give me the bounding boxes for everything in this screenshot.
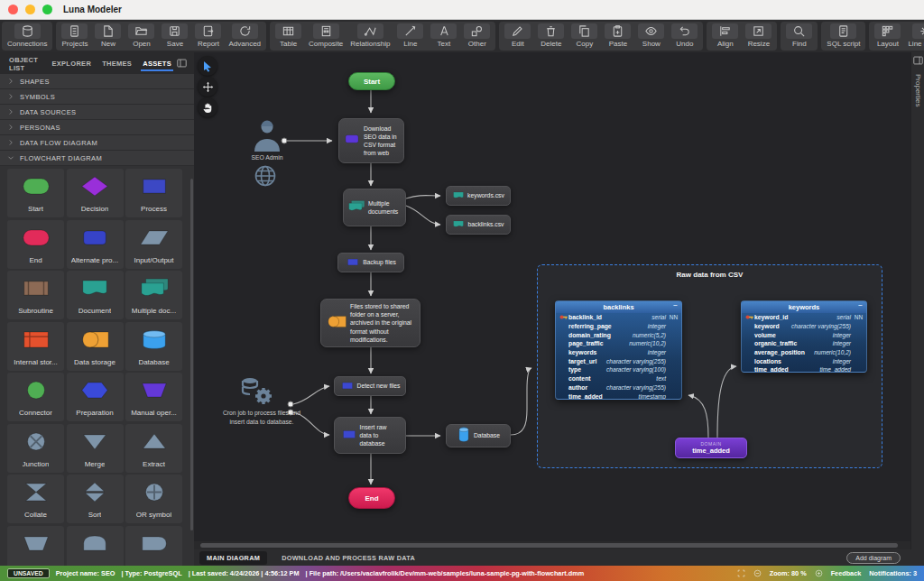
delete-button[interactable]: Delete (535, 23, 567, 48)
flow-node-end[interactable]: End (348, 487, 395, 509)
paste-button[interactable]: Paste (602, 23, 633, 48)
tab-main-diagram[interactable]: MAIN DIAGRAM (199, 551, 267, 565)
shape-sort[interactable]: Sort (67, 475, 124, 523)
sidebar-tab-themes[interactable]: THEMES (97, 55, 137, 71)
shape-preparation[interactable]: Preparation (67, 373, 124, 421)
fullscreen-icon[interactable] (737, 569, 745, 577)
feedback-link[interactable]: Feedback (831, 569, 862, 577)
flow-node-database[interactable]: Database (446, 424, 511, 447)
flow-node-download[interactable]: Download SEO data in CSV format from web (338, 118, 404, 163)
shape-end[interactable]: End (7, 220, 64, 269)
shape-decision[interactable]: Decision (67, 169, 124, 217)
globe-icon[interactable] (254, 164, 277, 191)
copy-button[interactable]: Copy (568, 23, 600, 48)
column-row-average_position[interactable]: average_positionnumeric(10,2) (742, 348, 866, 357)
pan-tool-button[interactable] (198, 97, 217, 117)
zoom-out-button[interactable] (753, 569, 762, 577)
shape-process[interactable]: Process (125, 169, 182, 217)
diagram-canvas[interactable]: Start SEO Admin Download SEO data in CSV… (194, 52, 910, 541)
table-backlinks[interactable]: backlinks−backlink_idserialNNreferring_p… (555, 300, 682, 400)
flow-node-backlinks-csv[interactable]: backlinks.csv (446, 215, 511, 235)
notifications-link[interactable]: Notifications: 3 (869, 569, 917, 577)
column-row-keyword_id[interactable]: keyword_idserialNN (742, 313, 866, 322)
column-row-target_url[interactable]: target_urlcharacter varying(255) (556, 356, 681, 365)
table-keywords[interactable]: keywords−keyword_idserialNNkeywordcharac… (741, 300, 867, 373)
flow-node-start[interactable]: Start (348, 72, 395, 90)
shape-junction[interactable]: Junction (7, 424, 64, 473)
column-row-volume[interactable]: volumeinteger (742, 330, 866, 339)
shape-subroutine[interactable]: Subroutine (7, 271, 64, 319)
shape-document[interactable]: Document (67, 271, 124, 319)
flow-node-keywords-csv[interactable]: keywords.csv (446, 186, 511, 206)
shape-start[interactable]: Start (7, 169, 64, 217)
column-row-keywords[interactable]: keywordsinteger (556, 348, 681, 357)
linemode-button[interactable]: Line mode (905, 23, 924, 48)
flow-node-detect-new-files[interactable]: Detect new files (334, 376, 406, 396)
persona-seo-admin[interactable] (252, 118, 282, 156)
sidebar-tab-explorer[interactable]: EXPLORER (46, 55, 97, 71)
column-row-locations[interactable]: locationsinteger (742, 356, 866, 365)
sql-button[interactable]: SQL script (824, 23, 863, 48)
find-button[interactable]: Find (783, 23, 815, 48)
section-data-sources[interactable]: DATA SOURCES (0, 105, 194, 120)
section-symbols[interactable]: SYMBOLS (0, 89, 194, 105)
table-header-keywords[interactable]: keywords− (742, 301, 866, 313)
flow-node-insert-raw-data[interactable]: Insert raw data to database (334, 417, 406, 454)
properties-panel-strip[interactable]: Properties (910, 52, 924, 566)
table-button[interactable]: Table (273, 23, 304, 48)
move-tool-button[interactable] (198, 77, 217, 97)
zoom-in-button[interactable] (815, 569, 823, 577)
select-tool-button[interactable] (198, 56, 217, 76)
shape-internal-stor[interactable]: Internal stor... (7, 322, 64, 371)
column-row-page_traffic[interactable]: page_trafficnumeric(10,2) (556, 339, 681, 348)
minimize-window-button[interactable] (25, 5, 35, 14)
shape-trapezoid[interactable] (7, 526, 64, 567)
collapse-table-icon[interactable]: − (858, 301, 863, 309)
line-button[interactable]: Line (394, 23, 426, 48)
shape-collate[interactable]: Collate (7, 475, 64, 523)
relationship-button[interactable]: Relationship (347, 23, 393, 48)
save-button[interactable]: Save (159, 23, 190, 48)
section-personas[interactable]: PERSONAS (0, 120, 194, 135)
domain-node-time-added[interactable]: DOMAIN time_added (675, 438, 747, 458)
shape-database[interactable]: Database (125, 322, 182, 371)
scrollbar-thumb[interactable] (200, 543, 898, 548)
panel-collapse-icon[interactable] (177, 55, 187, 71)
tab-download-and-process-raw-data[interactable]: DOWNLOAD AND PROCESS RAW DATA (274, 551, 422, 565)
column-row-backlink_id[interactable]: backlink_idserialNN (556, 313, 681, 322)
shape-manual-oper[interactable]: Manual oper... (125, 373, 182, 421)
layout-button[interactable]: Layout (872, 23, 903, 48)
column-row-organic_traffic[interactable]: organic_trafficinteger (742, 339, 866, 348)
shape-rounded-top[interactable] (67, 526, 124, 567)
section-flowchart-diagram[interactable]: FLOWCHART DIAGRAM (0, 151, 194, 166)
new-button[interactable]: New (92, 23, 124, 48)
open-button[interactable]: Open (125, 23, 157, 48)
shape-connector[interactable]: Connector (7, 373, 64, 421)
shape-multiple-doc[interactable]: Multiple doc... (125, 271, 182, 319)
undo-button[interactable]: Undo (669, 23, 700, 48)
cron-job-icon[interactable] (239, 375, 275, 411)
column-row-author[interactable]: authorcharacter varying(255) (556, 383, 681, 392)
column-row-keyword[interactable]: keywordcharacter varying(255) (742, 322, 866, 331)
table-header-backlinks[interactable]: backlinks− (556, 301, 681, 313)
report-button[interactable]: Report (192, 23, 224, 48)
column-row-time_added[interactable]: time_addedtime_added (742, 365, 866, 373)
panel-toggle-icon[interactable] (913, 56, 923, 65)
connections-button[interactable]: Connections (5, 23, 50, 48)
align-button[interactable]: Align (709, 23, 741, 48)
section-shapes[interactable]: SHAPES (0, 74, 194, 89)
flow-node-multiple-documents[interactable]: Multiple documents (343, 189, 406, 226)
column-row-content[interactable]: contenttext (556, 374, 681, 383)
close-window-button[interactable] (8, 5, 18, 14)
sidebar-tab-assets[interactable]: ASSETS (137, 55, 177, 71)
column-row-referring_page[interactable]: referring_pageinteger (556, 322, 681, 331)
flow-node-files-stored[interactable]: Files stored to shared folder on a serve… (320, 299, 420, 347)
projects-button[interactable]: Projects (59, 23, 90, 48)
shape-alternate-pro[interactable]: Alternate pro... (67, 220, 124, 269)
shape-data-storage[interactable]: Data storage (67, 322, 124, 371)
flow-node-backup-files[interactable]: Backup files (337, 253, 404, 272)
composite-button[interactable]: Composite (306, 23, 346, 48)
canvas-horizontal-scrollbar[interactable] (194, 541, 910, 549)
text-button[interactable]: Text (428, 23, 459, 48)
add-diagram-button[interactable]: Add diagram (846, 552, 901, 564)
